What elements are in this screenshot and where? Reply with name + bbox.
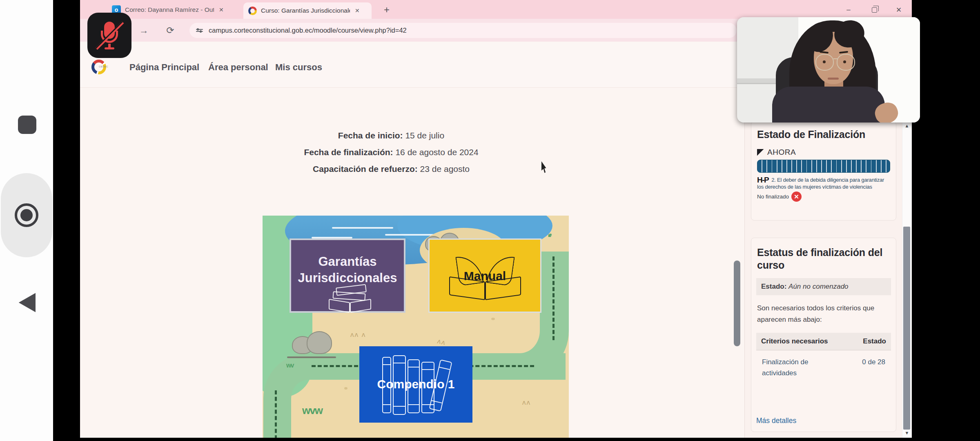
criterion-status: 0 de 28 — [862, 356, 885, 379]
activity-entry: H-P 2. El deber de la debida diligencia … — [757, 176, 890, 190]
scroll-up-icon[interactable]: ▲ — [903, 123, 911, 129]
nav-link-mis-cursos[interactable]: Mis cursos — [275, 62, 322, 73]
date-row: Fecha de inicio: 15 de julio — [304, 127, 478, 144]
date-value: 15 de julio — [405, 131, 444, 140]
card-title: Estatus de finalización del curso — [757, 246, 890, 272]
map-card-garantias[interactable]: Garantías Jurisdiccionales — [290, 238, 405, 313]
page-scrollbar-thumb[interactable] — [734, 261, 740, 346]
restore-icon — [872, 7, 877, 13]
site-logo-text: CEDEC — [99, 65, 108, 68]
close-tab-icon[interactable]: ✕ — [218, 7, 225, 13]
date-label: Fecha de inicio: — [338, 131, 403, 140]
map-card-label: Garantías Jurisdiccionales — [291, 254, 404, 286]
map-card-manual[interactable]: Manual — [428, 238, 541, 313]
books-icon — [329, 286, 374, 311]
scroll-down-icon[interactable]: ▼ — [903, 430, 911, 436]
restore-button[interactable] — [868, 4, 880, 16]
col-criterios: Criterios necesarios — [761, 337, 828, 345]
nav-link-area-personal[interactable]: Área personal — [208, 62, 268, 73]
now-label: AHORA — [767, 148, 796, 157]
minimize-button[interactable]: – — [842, 4, 855, 16]
col-estado: Estado — [863, 337, 886, 345]
url-text: campus.corteconstitucional.gob.ec/moodle… — [209, 27, 407, 34]
completion-progress-bar[interactable] — [757, 160, 890, 173]
record-button[interactable] — [1, 173, 52, 257]
mic-muted-indicator[interactable] — [87, 13, 131, 58]
activity-name-link[interactable]: 2. El deber de la debida diligencia para… — [757, 177, 884, 190]
nav-link-pagina-principal[interactable]: Página Principal — [129, 62, 199, 73]
tab-course-active[interactable]: Curso: Garantías Jurisdiccionale ✕ — [243, 2, 372, 19]
reload-icon[interactable]: ⟳ — [164, 24, 177, 37]
activity-status: No finalizado ✕ — [757, 192, 890, 202]
new-tab-button[interactable]: + — [381, 4, 392, 16]
webcam-video-overlay[interactable] — [737, 17, 920, 122]
tab-bar: o Correo: Dayanna Ramírez - Out ✕ Curso:… — [80, 0, 912, 19]
tab-title: Correo: Dayanna Ramírez - Out — [125, 6, 214, 13]
drawer-scrollbar-thumb[interactable] — [903, 227, 910, 430]
cedec-favicon — [248, 7, 257, 15]
now-marker: AHORA — [757, 148, 890, 157]
now-flag-icon — [757, 149, 764, 156]
recorder-strip — [0, 0, 53, 441]
date-row: Fecha de finalización: 16 de agosto de 2… — [304, 144, 478, 160]
close-window-button[interactable]: ✕ — [893, 4, 905, 16]
state-label: Estado: — [761, 283, 786, 290]
date-label: Capacitación de refuerzo: — [313, 164, 418, 174]
course-dates: Fecha de inicio: 15 de julio Fecha de fi… — [304, 127, 478, 177]
completion-status-card: Estado de Finalización AHORA H-P 2. El d… — [751, 121, 896, 220]
map-card-label: Manual — [464, 269, 506, 283]
tab-title: Curso: Garantías Jurisdiccionale — [261, 7, 350, 14]
criterion-name: Finalización de actividades — [762, 356, 840, 379]
map-card-label: Compendio 1 — [377, 377, 454, 391]
more-details-link[interactable]: Más detalles — [756, 416, 796, 425]
record-dot-icon — [20, 209, 33, 221]
mouse-cursor — [541, 161, 550, 174]
date-value: 23 de agosto — [420, 164, 470, 174]
date-row: Capacitación de refuerzo: 23 de agosto — [304, 160, 478, 177]
state-value: Aún no comenzado — [788, 283, 849, 290]
close-tab-icon[interactable]: ✕ — [354, 7, 361, 14]
state-row: Estado: Aún no comenzado — [756, 278, 891, 295]
date-label: Fecha de finalización: — [304, 147, 393, 157]
date-value: 16 de agosto de 2024 — [395, 147, 478, 157]
status-text: No finalizado — [757, 194, 789, 200]
criteria-table-row: Finalización de actividades 0 de 28 — [757, 350, 890, 383]
forward-icon[interactable]: → — [137, 24, 150, 37]
map-rock — [307, 331, 332, 354]
person-jacket — [772, 87, 885, 122]
not-completed-icon: ✕ — [791, 192, 802, 202]
course-map-image: ᴡᴠ ᴡᴠᴡ ⸙ ʌʌ ʌ ʌʌ ʌʌ Garantías Jurisdicci… — [263, 216, 569, 438]
criteria-note: Son necesarios todos los criterios que a… — [757, 303, 890, 325]
map-card-compendio[interactable]: Compendio 1 — [359, 346, 472, 423]
back-button[interactable] — [18, 292, 36, 313]
card-title: Estado de Finalización — [757, 128, 890, 141]
criteria-table-header: Criterios necesarios Estado — [756, 333, 891, 350]
stop-recording-button[interactable] — [18, 116, 36, 134]
h5p-logo: H-P — [757, 176, 768, 183]
url-bar[interactable]: campus.corteconstitucional.gob.ec/moodle… — [189, 23, 737, 38]
course-completion-card: Estatus de finalización del curso Estado… — [751, 238, 896, 432]
site-info-icon[interactable] — [196, 28, 203, 33]
